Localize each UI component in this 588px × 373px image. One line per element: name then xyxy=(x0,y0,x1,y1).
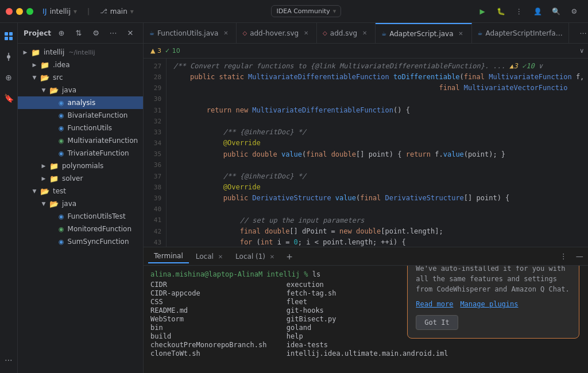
tab-adapterinterface[interactable]: ☕ AdapterScriptInterfa… xyxy=(472,23,569,44)
tree-item-java-src[interactable]: ▼ 📂 java xyxy=(18,84,143,96)
tab-add[interactable]: ◇ add.svg ✕ xyxy=(317,23,376,44)
tab-terminal[interactable]: Terminal xyxy=(148,250,189,263)
debug-button[interactable]: 🐛 xyxy=(493,3,509,20)
tab-close-adapterscript[interactable]: ✕ xyxy=(457,29,466,38)
traffic-lights xyxy=(6,8,33,15)
terminal-more-button[interactable]: ⋮ xyxy=(556,250,570,263)
java-tab-icon: ☕ xyxy=(149,30,154,36)
tab-functionutils[interactable]: ☕ FunctionUtils.java ✕ xyxy=(144,23,237,44)
terminal-minimize-button[interactable]: — xyxy=(572,250,586,263)
branch-name: main xyxy=(110,7,127,15)
svg-rect-2 xyxy=(5,37,8,40)
svg-rect-3 xyxy=(9,37,13,40)
tree-item-idea[interactable]: ▶ 📁 .idea xyxy=(18,59,143,71)
tree-item-java-test[interactable]: ▼ 📂 java xyxy=(18,197,143,210)
close-local-tab[interactable]: ✕ xyxy=(218,254,223,260)
code-line-34: @Override xyxy=(173,138,584,149)
java-file-icon: ◉ xyxy=(59,125,64,132)
tree-item-sumsynctfunction[interactable]: ◉ SumSyncFunction xyxy=(18,235,143,248)
gear-button[interactable]: ⚙ xyxy=(89,26,103,40)
terminal-content[interactable]: alina.mishina@laptop-AlinaM intellij % l… xyxy=(144,266,588,373)
folder-icon: 📂 xyxy=(49,200,59,208)
code-line-33: /** {@inheritDoc} */ xyxy=(173,127,584,138)
tree-item-analysis[interactable]: ◉ analysis xyxy=(18,96,143,109)
folder-icon: 📂 xyxy=(40,187,49,196)
more-menu-button[interactable]: ⋮ xyxy=(511,3,527,20)
expand-button[interactable]: ⋯ xyxy=(106,26,120,40)
idea-brand[interactable]: IDEA Community ▾ xyxy=(271,5,341,17)
tree-item-polynomials[interactable]: ▶ 📁 polynomials xyxy=(18,160,143,172)
close-local1-tab[interactable]: ✕ xyxy=(270,254,274,260)
tree-item-test[interactable]: ▼ 📂 test xyxy=(18,185,143,197)
java-file-icon: ◉ xyxy=(59,150,64,157)
settings-button[interactable]: ⚙ xyxy=(566,3,582,20)
code-line-31: return new MultivariateDifferentiableFun… xyxy=(173,105,584,116)
collapse-button[interactable]: ∨ xyxy=(579,47,584,55)
tab-addhover[interactable]: ◇ add-hover.svg ✕ xyxy=(237,23,317,44)
intellij-icon: IJ xyxy=(42,7,47,15)
java-tab-icon: ☕ xyxy=(381,30,386,37)
folder-icon: 📁 xyxy=(49,174,59,183)
run-button[interactable]: ▶ xyxy=(474,3,490,20)
branch-icon: ⎇ xyxy=(100,7,107,15)
tab-local-1[interactable]: Local (1) ✕ xyxy=(230,250,280,263)
maximize-button[interactable] xyxy=(26,8,33,15)
tab-local[interactable]: Local ✕ xyxy=(190,250,229,263)
code-line-36 xyxy=(173,160,584,171)
bottom-tabs: Terminal Local ✕ Local (1) ✕ + ⋮ — xyxy=(144,247,588,266)
branch-selector[interactable]: ⎇ main ▾ xyxy=(95,6,138,17)
code-line-42: final double[] dPoint = new double[point… xyxy=(173,226,584,237)
code-line-40 xyxy=(173,204,584,215)
tree-item-functionutils[interactable]: ◉ FunctionUtils xyxy=(18,122,143,134)
popup-body: We've auto-installed it for you with all… xyxy=(416,266,571,294)
sort-button[interactable]: ⇅ xyxy=(72,26,86,40)
close-button[interactable] xyxy=(6,8,13,15)
code-info-bar: ▲ 3 ✓ 10 ∨ xyxy=(144,44,588,59)
tree-item-intellij[interactable]: ▶ 📁 intellij ~/intellij xyxy=(18,46,143,59)
got-it-button[interactable]: Got It xyxy=(416,315,458,330)
tab-close-add[interactable]: ✕ xyxy=(360,29,369,38)
tab-close-addhover[interactable]: ✕ xyxy=(301,29,311,38)
minimize-button[interactable] xyxy=(16,8,23,15)
project-name: intellij xyxy=(50,7,71,15)
project-selector[interactable]: IJ intellij ▾ xyxy=(38,5,82,17)
manage-plugins-link[interactable]: Manage plugins xyxy=(460,300,518,308)
sidebar-item-bookmarks[interactable]: 🔖 xyxy=(0,90,17,107)
line-numbers: 27 28 29 30 31 32 33 34 35 36 37 38 39 4… xyxy=(144,59,167,247)
bottom-tab-actions: ⋮ — xyxy=(556,250,586,263)
add-content-button[interactable]: ⊕ xyxy=(55,26,68,40)
java-tab-icon: ☕ xyxy=(478,30,483,36)
tree-item-trivariate[interactable]: ◉ TrivariateFunction xyxy=(18,147,143,160)
tab-adapterscript[interactable]: ☕ AdapterScript.java ✕ xyxy=(376,23,471,44)
tree-item-solver[interactable]: ▶ 📁 solver xyxy=(18,172,143,185)
brand-chevron-icon: ▾ xyxy=(333,7,336,15)
sidebar-item-more[interactable]: ⋯ xyxy=(0,351,17,368)
titlebar: IJ intellij ▾ | ⎇ main ▾ IDEA Community … xyxy=(0,0,588,23)
tab-more-button[interactable]: ⋯ xyxy=(575,29,588,37)
add-terminal-button[interactable]: + xyxy=(281,250,297,263)
tree-item-monitored[interactable]: ◉ MonitoredFunction xyxy=(18,223,143,235)
tab-close-functionutils[interactable]: ✕ xyxy=(221,29,230,38)
sidebar-item-vcs[interactable]: ⊕ xyxy=(0,69,17,86)
title-center: IDEA Community ▾ xyxy=(143,5,470,17)
sidebar-item-commits[interactable] xyxy=(0,48,17,65)
tree-item-src[interactable]: ▼ 📂 src xyxy=(18,71,143,84)
code-content[interactable]: /** Convert regular functions to {@link … xyxy=(167,59,588,247)
code-line-41: // set up the input parameters xyxy=(173,215,584,226)
tree-item-bivariate[interactable]: ◉ BivariateFunction xyxy=(18,109,143,122)
code-line-32 xyxy=(173,116,584,127)
close-panel-button[interactable]: ✕ xyxy=(123,26,137,40)
java-file-icon: ◉ xyxy=(59,213,64,220)
read-more-link[interactable]: Read more xyxy=(416,300,453,308)
java-file-icon: ◉ xyxy=(59,112,64,119)
title-actions: ▶ 🐛 ⋮ 👤 🔍 ⚙ xyxy=(474,3,582,20)
project-header: Project ⊕ ⇅ ⚙ ⋯ ✕ xyxy=(18,23,143,44)
tree-item-functionutilstest[interactable]: ◉ FunctionUtilsTest xyxy=(18,210,143,223)
sidebar-item-project[interactable] xyxy=(0,28,17,45)
search-button[interactable]: 🔍 xyxy=(548,3,564,20)
folder-icon: 📂 xyxy=(49,86,59,95)
folder-icon: 📁 xyxy=(49,162,59,170)
tree-item-multivariate[interactable]: ◉ MultivariateFunction xyxy=(18,134,143,147)
profile-button[interactable]: 👤 xyxy=(529,3,546,20)
java-file-icon: ◉ xyxy=(59,99,64,107)
